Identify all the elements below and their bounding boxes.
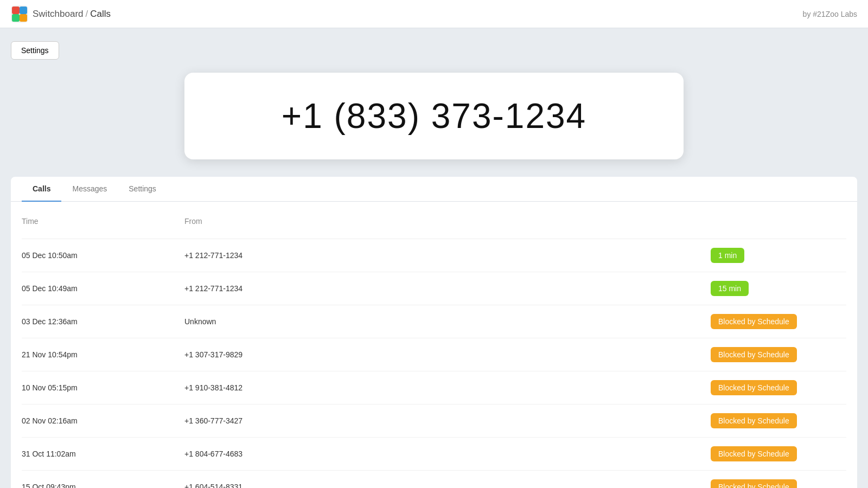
- column-header-status: [711, 217, 846, 226]
- cell-from: +1 804-677-4683: [184, 450, 711, 458]
- calls-table: Time From 05 Dec 10:50am +1 212-771-1234…: [11, 202, 857, 488]
- cell-time: 02 Nov 02:16am: [22, 416, 184, 425]
- app-icon: [11, 5, 28, 23]
- svg-rect-4: [20, 14, 27, 22]
- cell-status: 1 min: [711, 248, 846, 263]
- cell-time: 05 Dec 10:49am: [22, 284, 184, 293]
- header-left: Switchboard / Calls: [11, 5, 111, 23]
- table-row[interactable]: 15 Oct 09:43pm +1 604-514-8331 Blocked b…: [22, 470, 846, 488]
- cell-status: 15 min: [711, 281, 846, 296]
- cell-time: 05 Dec 10:50am: [22, 251, 184, 260]
- cell-time: 15 Oct 09:43pm: [22, 483, 184, 488]
- cell-from: +1 910-381-4812: [184, 383, 711, 392]
- cell-time: 03 Dec 12:36am: [22, 317, 184, 326]
- status-badge: Blocked by Schedule: [711, 413, 797, 428]
- status-badge: Blocked by Schedule: [711, 347, 797, 362]
- settings-button[interactable]: Settings: [11, 41, 59, 60]
- phone-number-card: +1 (833) 373-1234: [184, 73, 684, 159]
- table-body: 05 Dec 10:50am +1 212-771-1234 1 min 05 …: [22, 239, 846, 488]
- status-badge: Blocked by Schedule: [711, 446, 797, 461]
- table-row[interactable]: 03 Dec 12:36am Unknown Blocked by Schedu…: [22, 305, 846, 338]
- table-row[interactable]: 10 Nov 05:15pm +1 910-381-4812 Blocked b…: [22, 371, 846, 404]
- status-badge: 1 min: [711, 248, 744, 263]
- cell-status: Blocked by Schedule: [711, 479, 846, 488]
- breadcrumb-separator: /: [86, 9, 88, 20]
- cell-from: +1 307-317-9829: [184, 350, 711, 359]
- breadcrumb-current: Calls: [90, 9, 111, 20]
- cell-from: +1 212-771-1234: [184, 284, 711, 293]
- cell-time: 31 Oct 11:02am: [22, 450, 184, 458]
- tab-calls[interactable]: Calls: [22, 177, 61, 202]
- table-row[interactable]: 02 Nov 02:16am +1 360-777-3427 Blocked b…: [22, 404, 846, 437]
- cell-from: +1 360-777-3427: [184, 416, 711, 425]
- table-row[interactable]: 31 Oct 11:02am +1 804-677-4683 Blocked b…: [22, 437, 846, 470]
- breadcrumb-app: Switchboard: [33, 9, 84, 20]
- table-header: Time From: [22, 213, 846, 234]
- status-badge: Blocked by Schedule: [711, 380, 797, 395]
- breadcrumb: Switchboard / Calls: [33, 9, 111, 20]
- cell-time: 10 Nov 05:15pm: [22, 383, 184, 392]
- tab-settings[interactable]: Settings: [118, 177, 167, 202]
- status-badge: 15 min: [711, 281, 749, 296]
- main-content: Settings +1 (833) 373-1234 Calls Message…: [0, 28, 868, 488]
- cell-from: Unknown: [184, 317, 711, 326]
- tabs-container: Calls Messages Settings: [11, 177, 857, 202]
- column-header-time: Time: [22, 217, 184, 226]
- phone-number-display: +1 (833) 373-1234: [282, 96, 586, 136]
- status-badge: Blocked by Schedule: [711, 314, 797, 329]
- header-by-label: by #21Zoo Labs: [803, 10, 857, 18]
- svg-rect-1: [12, 7, 20, 14]
- cell-status: Blocked by Schedule: [711, 314, 846, 329]
- cell-status: Blocked by Schedule: [711, 347, 846, 362]
- cell-status: Blocked by Schedule: [711, 380, 846, 395]
- table-row[interactable]: 05 Dec 10:49am +1 212-771-1234 15 min: [22, 272, 846, 305]
- cell-from: +1 604-514-8331: [184, 483, 711, 488]
- header: Switchboard / Calls by #21Zoo Labs: [0, 0, 868, 28]
- cell-from: +1 212-771-1234: [184, 251, 711, 260]
- tab-messages[interactable]: Messages: [61, 177, 118, 202]
- svg-rect-3: [12, 14, 20, 22]
- status-badge: Blocked by Schedule: [711, 479, 797, 488]
- table-row[interactable]: 05 Dec 10:50am +1 212-771-1234 1 min: [22, 239, 846, 272]
- svg-rect-2: [20, 7, 27, 14]
- cell-status: Blocked by Schedule: [711, 446, 846, 461]
- column-header-from: From: [184, 217, 711, 226]
- cell-status: Blocked by Schedule: [711, 413, 846, 428]
- table-row[interactable]: 21 Nov 10:54pm +1 307-317-9829 Blocked b…: [22, 338, 846, 371]
- cell-time: 21 Nov 10:54pm: [22, 350, 184, 359]
